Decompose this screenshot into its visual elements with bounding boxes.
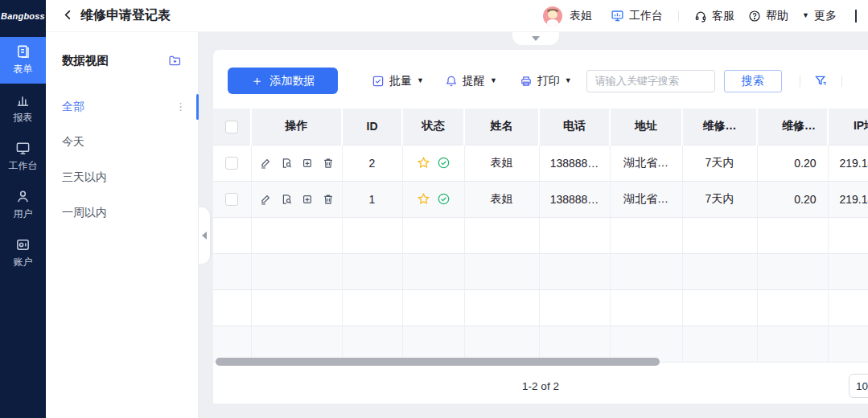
clipped-edge-element [855, 10, 857, 23]
batch-menu-button[interactable]: 批量 ▼ [372, 74, 424, 88]
view-item-all[interactable]: 全部 ⋮ [46, 89, 198, 125]
headset-icon [694, 10, 707, 23]
chevron-left-icon [62, 9, 74, 23]
data-table: 操作 ID 状态 姓名 电话 地址 维修… 维修… IP地址 [213, 109, 868, 363]
caret-down-icon: ▼ [565, 77, 572, 84]
bell-icon [445, 75, 458, 88]
empty-row [213, 326, 868, 362]
cell-status [402, 145, 464, 181]
col-header-phone: 电话 [539, 109, 610, 145]
cell-repair-cost: 0.20 [757, 145, 828, 181]
cell-address: 湖北省… [610, 181, 682, 217]
view-item-3days[interactable]: 三天以内 [46, 160, 198, 195]
brand-logo-text: Bangboss [1, 11, 45, 21]
remind-menu-button[interactable]: 提醒 ▼ [445, 74, 497, 88]
avatar[interactable] [543, 6, 562, 26]
collapse-toolbar-tab[interactable] [512, 32, 559, 45]
plus-icon: ＋ [251, 75, 264, 88]
pagination-summary: 1-2 of 2 [213, 380, 868, 392]
filter-button[interactable] [814, 74, 828, 88]
collapse-panel-handle[interactable] [199, 207, 210, 264]
star-icon[interactable] [417, 192, 430, 206]
horizontal-scrollbar-thumb[interactable] [216, 358, 660, 366]
safe-lock-icon [15, 237, 31, 252]
empty-row [213, 217, 868, 253]
rail-item-label: 账户 [14, 256, 33, 269]
row-checkbox[interactable] [225, 193, 238, 206]
rail-item-accounts[interactable]: 账户 [0, 230, 46, 277]
monitor-chart-icon [611, 9, 624, 23]
user-name[interactable]: 表姐 [570, 9, 592, 23]
horizontal-scrollbar [213, 358, 868, 366]
check-square-icon [372, 75, 385, 88]
topbar-help-link[interactable]: 帮助 [748, 9, 788, 23]
keyword-search-input[interactable] [586, 70, 715, 92]
brand-logo[interactable]: Bangboss [0, 0, 46, 32]
delete-icon[interactable] [322, 157, 335, 170]
row-checkbox[interactable] [225, 157, 238, 170]
cell-repair-period: 7天内 [682, 181, 757, 217]
divider [800, 76, 800, 87]
cell-repair-period: 7天内 [682, 145, 757, 181]
empty-row [213, 253, 868, 289]
cell-name: 表姐 [464, 145, 539, 181]
rail-item-label: 用户 [14, 207, 33, 221]
caret-down-icon: ▼ [490, 77, 497, 84]
table-row[interactable]: 2 表姐 138888… 湖北省… 7天内 0.20 219.14 [213, 145, 868, 181]
printer-icon [520, 75, 533, 88]
col-header-ip: IP地址 [828, 109, 868, 145]
cell-ip: 219.14 [828, 145, 868, 181]
topbar-workbench-link[interactable]: 工作台 [611, 9, 663, 23]
topbar-service-link[interactable]: 客服 [694, 9, 734, 23]
edit-icon[interactable] [259, 193, 272, 206]
rail-item-users[interactable]: 用户 [0, 182, 46, 228]
select-all-checkbox[interactable] [225, 121, 238, 133]
add-view-icon[interactable] [168, 54, 182, 68]
caret-down-icon: ▼ [802, 12, 809, 19]
check-circle-icon[interactable] [437, 192, 450, 206]
cell-address: 湖北省… [610, 145, 682, 181]
preview-icon[interactable] [280, 157, 293, 170]
view-list: 全部 ⋮ 今天 三天以内 一周以内 [46, 89, 198, 231]
view-item-today[interactable]: 今天 [46, 125, 198, 160]
rail-item-forms[interactable]: 表单 [0, 37, 46, 84]
check-circle-icon[interactable] [437, 156, 450, 170]
question-circle-icon [748, 10, 761, 23]
view-item-week[interactable]: 一周以内 [46, 195, 198, 231]
cell-phone: 138888… [539, 181, 610, 217]
rail-item-label: 报表 [14, 111, 33, 125]
print-menu-button[interactable]: 打印 ▼ [520, 74, 572, 88]
cell-repair-cost: 0.20 [757, 181, 828, 217]
copy-icon[interactable] [301, 157, 314, 170]
search-button[interactable]: 搜索 [724, 70, 782, 92]
bar-chart-icon [15, 92, 31, 108]
row-select-cell [213, 145, 251, 181]
cell-id: 2 [342, 145, 402, 181]
page-size-select[interactable]: 10 [849, 374, 868, 398]
divider [841, 76, 842, 87]
table-row[interactable]: 1 表姐 138888… 湖北省… 7天内 0.20 219.14 [213, 181, 868, 217]
col-header-id: ID [342, 109, 402, 145]
caret-down-icon: ▼ [417, 77, 424, 84]
copy-icon[interactable] [301, 193, 314, 206]
kebab-menu-icon[interactable]: ⋮ [175, 104, 183, 109]
cell-id: 1 [342, 181, 402, 217]
col-header-address: 地址 [610, 109, 682, 145]
row-select-cell [213, 181, 251, 217]
star-icon[interactable] [417, 156, 430, 170]
delete-icon[interactable] [322, 193, 335, 206]
cell-phone: 138888… [539, 145, 610, 181]
select-all-cell [213, 109, 251, 145]
preview-icon[interactable] [280, 193, 293, 206]
topbar-right: 表姐 工作台 客服 帮助 ▼ [543, 6, 857, 26]
back-button[interactable] [62, 9, 74, 23]
row-actions-cell [251, 181, 342, 217]
add-data-button[interactable]: ＋ 添加数据 [228, 68, 338, 94]
rail-item-workbench[interactable]: 工作台 [0, 133, 46, 180]
rail-item-reports[interactable]: 报表 [0, 85, 46, 132]
topbar-more-link[interactable]: ▼ 更多 [802, 9, 837, 23]
rail-item-label: 表单 [14, 63, 33, 76]
col-header-repair-cost: 维修… [757, 109, 828, 145]
header-row: 操作 ID 状态 姓名 电话 地址 维修… 维修… IP地址 [213, 109, 868, 145]
edit-icon[interactable] [259, 157, 272, 170]
